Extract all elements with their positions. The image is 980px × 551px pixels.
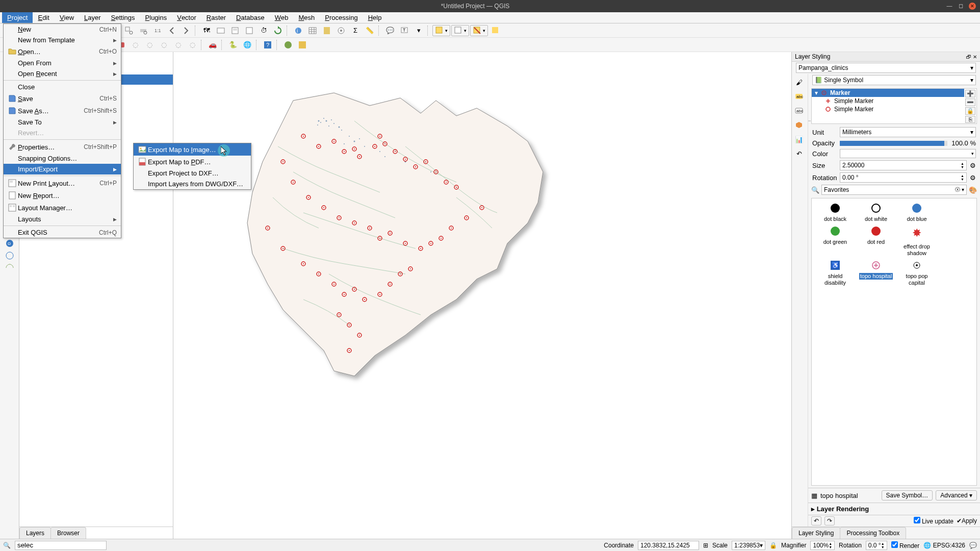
select-by-value-combo[interactable]: ▾ <box>451 25 469 36</box>
svg-rect-25 <box>492 27 498 33</box>
menu-item-new[interactable]: NewCtrl+N <box>4 24 121 35</box>
menu-item-new-from-template[interactable]: New from Template▶ <box>4 35 121 45</box>
close-button[interactable]: ✕ <box>969 3 976 10</box>
menu-view[interactable]: View <box>55 12 79 23</box>
zoom-next-button[interactable] <box>179 24 193 37</box>
attr-table-button[interactable] <box>306 24 319 37</box>
identify-button[interactable]: i <box>292 24 305 37</box>
svg-point-6 <box>130 31 133 34</box>
measure-button[interactable]: 📏 <box>363 24 376 37</box>
svg-rect-34 <box>299 41 306 48</box>
new-3d-view-button[interactable] <box>214 24 227 37</box>
toolbar-edit: ✏ 💾 ↶ ↷ abc 📊 abc ◌ ◌ ◌ ◌ ◌ 🚗 🐍 🌐 ? <box>0 38 980 52</box>
svg-point-33 <box>285 41 292 48</box>
svg-text:1:1: 1:1 <box>154 28 161 33</box>
hide-label-button[interactable]: ◌ <box>186 39 199 51</box>
svg-rect-12 <box>233 29 237 31</box>
menu-layer[interactable]: Layer <box>79 12 106 23</box>
menu-project[interactable]: Project <box>2 12 33 23</box>
minimize-button[interactable]: — <box>946 3 952 9</box>
toolbox-button[interactable] <box>334 24 348 37</box>
stats-button[interactable]: Σ <box>349 24 362 37</box>
toolbars: 1:1 🗺 ⏱ i Σ 📏 💬 T ▾ ▾ ▾ ▾ ✏ 💾 ↶ ↷ abc 📊 <box>0 23 980 52</box>
svg-rect-10 <box>217 28 224 33</box>
svg-rect-7 <box>140 29 146 32</box>
menu-item-open-[interactable]: Open…Ctrl+O <box>4 45 121 52</box>
zoom-layer-button[interactable] <box>137 24 150 37</box>
select-all-button[interactable] <box>489 24 502 37</box>
svg-text:T: T <box>403 28 406 33</box>
menu-settings[interactable]: Settings <box>106 12 140 23</box>
maximize-button[interactable]: ◻ <box>958 3 964 9</box>
deselect-combo[interactable]: ▾ <box>470 25 488 36</box>
menu-processing[interactable]: Processing <box>320 12 363 23</box>
menu-plugins[interactable]: Plugins <box>140 12 172 23</box>
zoom-last-button[interactable] <box>165 24 178 37</box>
svg-rect-17 <box>324 27 330 34</box>
new-map-view-button[interactable]: 🗺 <box>200 24 213 37</box>
python-console-button[interactable]: 🐍 <box>226 39 240 51</box>
menu-vector[interactable]: Vector <box>172 12 201 23</box>
menu-web[interactable]: Web <box>270 12 294 23</box>
window-title: *Untitled Project — QGIS <box>4 3 946 10</box>
svg-rect-16 <box>309 28 316 34</box>
select-tool-combo[interactable]: ▾ <box>432 25 450 36</box>
text-annotation-button[interactable]: T <box>398 24 411 37</box>
maptips-button[interactable]: 💬 <box>383 24 397 37</box>
titlebar: *Untitled Project — QGIS — ◻ ✕ <box>0 0 980 12</box>
plugin-tool-2[interactable] <box>296 39 309 51</box>
plugin-tool-1[interactable] <box>281 39 295 51</box>
menubar: ProjectEditViewLayerSettingsPluginsVecto… <box>0 12 980 23</box>
menu-database[interactable]: Database <box>231 12 270 23</box>
layout-manager-button[interactable] <box>243 24 256 37</box>
toolbar-main: 1:1 🗺 ⏱ i Σ 📏 💬 T ▾ ▾ ▾ ▾ <box>0 23 980 38</box>
field-calc-button[interactable] <box>320 24 333 37</box>
svg-text:i: i <box>297 28 298 34</box>
svg-rect-23 <box>455 27 461 33</box>
osm-button[interactable]: 🌐 <box>241 39 254 51</box>
annotation-dropdown[interactable]: ▾ <box>412 24 425 37</box>
menu-edit[interactable]: Edit <box>33 12 54 23</box>
svg-rect-22 <box>436 27 442 33</box>
svg-text:?: ? <box>266 42 269 48</box>
svg-point-19 <box>340 30 342 32</box>
menu-help[interactable]: Help <box>363 12 387 23</box>
zoom-native-button[interactable]: 1:1 <box>151 24 164 37</box>
help-button[interactable]: ? <box>261 39 274 51</box>
project-menu: NewCtrl+NNew from Template▶Open…Ctrl+OOp… <box>3 23 121 52</box>
print-layout-button[interactable] <box>228 24 242 37</box>
style-manager-button[interactable]: ⏱ <box>257 24 270 37</box>
refresh-button[interactable] <box>271 24 285 37</box>
svg-rect-5 <box>125 27 130 31</box>
show-labels-button[interactable]: ◌ <box>128 39 142 51</box>
zoom-selection-button[interactable] <box>122 24 136 37</box>
svg-point-14 <box>295 28 301 34</box>
change-label-button[interactable]: ◌ <box>171 39 185 51</box>
svg-rect-13 <box>246 28 252 34</box>
ors-button[interactable]: 🚗 <box>206 39 219 51</box>
menu-raster[interactable]: Raster <box>201 12 231 23</box>
rotate-label-button[interactable]: ◌ <box>157 39 170 51</box>
menu-mesh[interactable]: Mesh <box>294 12 320 23</box>
move-label-button[interactable]: ◌ <box>143 39 156 51</box>
